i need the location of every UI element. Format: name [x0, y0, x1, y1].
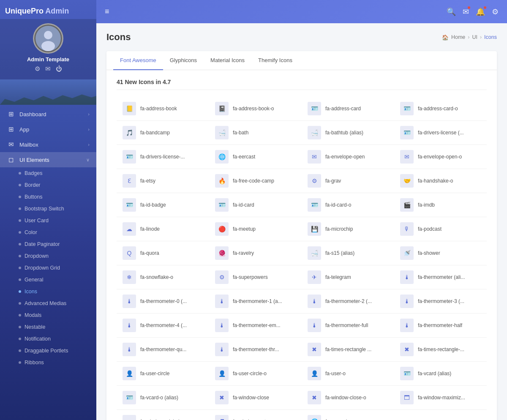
icon-label: fa-snowflake-o — [140, 274, 173, 280]
icon-item[interactable]: 🪪 fa-vcard-o (alias) — [117, 386, 209, 410]
sidebar-subitem-dropdown[interactable]: Dropdown — [0, 250, 96, 262]
icon-label: fa-quora — [140, 250, 159, 256]
tab-font-awesome[interactable]: Font Awesome — [113, 51, 163, 70]
icon-item[interactable]: 🌡 fa-thermometer-full — [302, 314, 394, 338]
tab-glyphicons[interactable]: Glyphicons — [163, 51, 204, 70]
icon-label: fa-times-rectangle-... — [418, 346, 464, 352]
sidebar-subitem-modals[interactable]: Modals — [0, 309, 96, 321]
icon-item[interactable]: 🪪 fa-id-card — [209, 193, 302, 217]
icon-item[interactable]: 🌡 fa-thermometer (ali... — [394, 265, 487, 289]
icon-item[interactable]: 🛁 fa-bathtub (alias) — [302, 121, 394, 145]
icon-item[interactable]: ✖ fa-window-close-o — [302, 386, 394, 410]
icon-item[interactable]: 🌡 fa-thermometer-0 (... — [117, 289, 209, 314]
sidebar-subitem-date-paginator[interactable]: Date Paginator — [0, 238, 96, 250]
icon-item[interactable]: 🌡 fa-thermometer-thr... — [209, 338, 302, 362]
icon-item[interactable]: 🧶 fa-ravelry — [209, 241, 302, 265]
icon-item[interactable]: 📒 fa-address-book — [117, 97, 209, 121]
icon-item[interactable]: 🔴 fa-meetup — [209, 217, 302, 241]
icon-item[interactable]: 🌡 fa-thermometer-4 (... — [117, 314, 209, 338]
email-icon[interactable]: ✉ — [463, 7, 469, 16]
sidebar-subitem-advanced-medias[interactable]: Advanced Medias — [0, 297, 96, 309]
sidebar-subitem-ribbons[interactable]: Ribbons — [0, 357, 96, 368]
icon-item[interactable]: 🔥 fa-free-code-camp — [209, 169, 302, 193]
sidebar-subitem-buttons[interactable]: Buttons — [0, 191, 96, 203]
icon-symbol: 🌐 — [215, 150, 229, 164]
icon-symbol: 🎵 — [123, 126, 136, 139]
icon-item[interactable]: ✖ fa-times-rectangle-... — [394, 338, 487, 362]
icon-item[interactable]: Q fa-quora — [117, 241, 209, 265]
tab-themify-icons[interactable]: Themify Icons — [251, 51, 299, 70]
sidebar-subitem-notification[interactable]: Notification — [0, 333, 96, 345]
icon-item[interactable]: Ɛ fa-etsy — [117, 169, 209, 193]
icon-item[interactable]: 🌡 fa-thermometer-half — [394, 314, 487, 338]
icon-symbol: 🪪 — [123, 150, 136, 164]
sidebar-subitem-user-card[interactable]: User Card — [0, 215, 96, 226]
icon-item[interactable]: ⚙ fa-superpowers — [209, 265, 302, 289]
sidebar-item-ui-elements[interactable]: ◻ UI Elements ∨ — [0, 152, 96, 167]
menu-toggle-button[interactable]: ≡ — [105, 7, 109, 16]
icon-item[interactable]: 🪪 fa-address-card-o — [394, 97, 487, 121]
icon-symbol: 🌡 — [400, 319, 414, 332]
icon-item[interactable]: 🛁 fa-bath — [209, 121, 302, 145]
sidebar-subitem-dropdown-grid[interactable]: Dropdown Grid — [0, 262, 96, 274]
icon-item[interactable]: ✉ fa-envelope-open — [302, 145, 394, 169]
icon-item[interactable]: 🪪 fa-drivers-license (... — [394, 121, 487, 145]
icon-item[interactable]: 🗗 fa-window-restore — [209, 410, 302, 420]
icon-item[interactable]: 📓 fa-address-book-o — [209, 97, 302, 121]
icon-item[interactable]: 👤 fa-user-o — [302, 362, 394, 386]
icon-item[interactable]: ☁ fa-linode — [117, 217, 209, 241]
icon-item[interactable]: 🪪 fa-id-badge — [117, 193, 209, 217]
sidebar-item-label: Dashboard — [19, 111, 84, 117]
breadcrumb-home[interactable]: Home — [451, 34, 465, 40]
gear-icon[interactable]: ⚙ — [492, 7, 499, 16]
sidebar-subitem-color[interactable]: Color — [0, 226, 96, 238]
topbar-icons: 🔍 ✉ 🔔 ⚙ — [447, 7, 499, 16]
sidebar-subitem-border[interactable]: Border — [0, 179, 96, 191]
profile-settings-icon[interactable]: ⚙ — [35, 65, 40, 73]
icon-item[interactable]: 🎬 fa-imdb — [394, 193, 487, 217]
sidebar-subitem-badges[interactable]: Badges — [0, 167, 96, 179]
icon-item[interactable]: 🚿 fa-shower — [394, 241, 487, 265]
sidebar-subitem-icons[interactable]: Icons — [0, 286, 96, 297]
icon-item[interactable]: 🗖 fa-window-maximiz... — [394, 386, 487, 410]
sidebar-subitem-bootstrap-switch[interactable]: Bootstrap Switch — [0, 203, 96, 215]
icon-item[interactable]: 💾 fa-microchip — [302, 217, 394, 241]
icon-item[interactable]: 🌐 fa-eercast — [209, 145, 302, 169]
icon-item[interactable]: 🪪 fa-address-card — [302, 97, 394, 121]
icon-item[interactable]: 🤝 fa-handshake-o — [394, 169, 487, 193]
breadcrumb-ui[interactable]: UI — [472, 34, 477, 40]
icon-item[interactable]: ✈ fa-telegram — [302, 265, 394, 289]
icon-item[interactable]: 🌡 fa-thermometer-2 (... — [302, 289, 394, 314]
icon-item[interactable]: 👤 fa-user-circle-o — [209, 362, 302, 386]
icon-item[interactable]: 🎵 fa-bandcamp — [117, 121, 209, 145]
icon-item[interactable]: 🛁 fa-s15 (alias) — [302, 241, 394, 265]
icon-item[interactable]: ✉ fa-envelope-open-o — [394, 145, 487, 169]
sidebar-subitem-draggable-portlets[interactable]: Draggable Portlets — [0, 345, 96, 357]
sidebar-item-app[interactable]: ⊞ App › — [0, 122, 96, 137]
profile-email-icon[interactable]: ✉ — [45, 65, 51, 73]
icon-item[interactable]: 🌡 fa-thermometer-1 (a... — [209, 289, 302, 314]
icon-item[interactable]: — fa-window-minimize — [117, 410, 209, 420]
profile-power-icon[interactable]: ⏻ — [56, 65, 62, 73]
bell-icon[interactable]: 🔔 — [476, 7, 485, 16]
tab-material-icons[interactable]: Material Icons — [204, 51, 251, 70]
icon-item[interactable]: ⚙ fa-grav — [302, 169, 394, 193]
sidebar-item-dashboard[interactable]: ⊞ Dashboard › — [0, 106, 96, 122]
icon-item[interactable]: 🌐 fa-wpexplorer — [302, 410, 394, 420]
icon-item[interactable]: 🎙 fa-podcast — [394, 217, 487, 241]
sidebar-subitem-nestable[interactable]: Nestable — [0, 321, 96, 333]
icon-item[interactable]: 🌡 fa-thermometer-em... — [209, 314, 302, 338]
icon-item[interactable]: 🪪 fa-id-card-o — [302, 193, 394, 217]
icon-item[interactable]: 🌡 fa-thermometer-3 (... — [394, 289, 487, 314]
icon-symbol: 🌡 — [123, 343, 136, 356]
search-icon[interactable]: 🔍 — [447, 7, 456, 16]
icon-item[interactable]: 🪪 fa-vcard (alias) — [394, 362, 487, 386]
icon-item[interactable]: 👤 fa-user-circle — [117, 362, 209, 386]
icon-item[interactable]: ❄ fa-snowflake-o — [117, 265, 209, 289]
icon-item[interactable]: 🌡 fa-thermometer-qu... — [117, 338, 209, 362]
sidebar-subitem-general[interactable]: General — [0, 274, 96, 286]
icon-item[interactable]: ✖ fa-window-close — [209, 386, 302, 410]
sidebar-item-mailbox[interactable]: ✉ Mailbox › — [0, 137, 96, 152]
icon-item[interactable]: ✖ fa-times-rectangle ... — [302, 338, 394, 362]
icon-item[interactable]: 🪪 fa-drivers-license-... — [117, 145, 209, 169]
